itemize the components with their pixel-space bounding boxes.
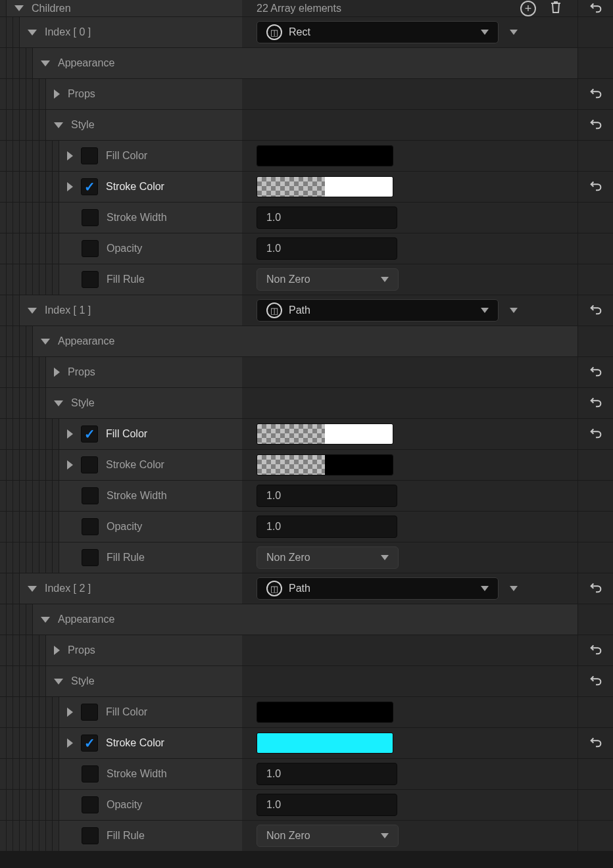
style-label: Style [71, 119, 95, 131]
fill-rule-checkbox[interactable] [82, 827, 99, 844]
expand-toggle-icon[interactable] [67, 738, 73, 748]
fill-rule-checkbox[interactable] [82, 271, 99, 288]
undo-icon[interactable] [589, 364, 603, 381]
reset-button [577, 821, 613, 851]
expand-toggle-icon[interactable] [28, 586, 37, 592]
fill-color-checkbox[interactable] [81, 425, 98, 443]
color-swatch[interactable] [257, 176, 393, 197]
fill-rule-value: Non Zero [266, 830, 310, 842]
options-chevron-icon[interactable] [508, 304, 520, 316]
undo-icon[interactable] [589, 178, 603, 195]
chevron-down-icon [381, 555, 389, 560]
opacity-label: Opacity [107, 799, 142, 811]
expand-toggle-icon[interactable] [14, 5, 24, 11]
stroke-width-input[interactable]: 1.0 [257, 763, 397, 785]
add-element-icon[interactable]: + [520, 1, 536, 16]
element-type-dropdown[interactable]: ◫ Rect [257, 21, 499, 43]
opacity-input[interactable]: 1.0 [257, 794, 397, 816]
undo-icon[interactable] [589, 673, 603, 690]
fill-rule-dropdown[interactable]: Non Zero [257, 268, 399, 291]
stroke-width-checkbox[interactable] [82, 487, 99, 504]
expand-toggle-icon[interactable] [41, 339, 50, 345]
undo-icon[interactable] [589, 425, 603, 443]
element-type-dropdown[interactable]: ◫ Path [257, 577, 499, 600]
stroke-width-checkbox[interactable] [82, 209, 99, 226]
reset-button[interactable] [577, 295, 613, 326]
reset-button [577, 697, 613, 727]
color-swatch[interactable] [257, 733, 393, 754]
expand-toggle-icon[interactable] [67, 460, 73, 470]
undo-icon[interactable] [589, 302, 603, 319]
stroke-width-input[interactable]: 1.0 [257, 206, 397, 229]
fill-color-checkbox[interactable] [81, 704, 98, 721]
color-swatch[interactable] [257, 702, 393, 723]
chevron-down-icon [481, 30, 489, 35]
fill-rule-dropdown[interactable]: Non Zero [257, 825, 399, 847]
reset-button[interactable] [577, 110, 613, 140]
undo-icon[interactable] [589, 0, 603, 17]
expand-toggle-icon[interactable] [67, 151, 73, 160]
expand-toggle-icon[interactable] [54, 400, 63, 406]
opacity-input[interactable]: 1.0 [257, 237, 397, 260]
expand-toggle-icon[interactable] [28, 30, 37, 36]
fill-color-checkbox[interactable] [81, 147, 98, 164]
expand-toggle-icon[interactable] [67, 429, 73, 439]
reset-button[interactable] [577, 0, 613, 16]
reset-button[interactable] [577, 666, 613, 696]
stroke-width-input[interactable]: 1.0 [257, 485, 397, 507]
options-chevron-icon[interactable] [508, 26, 520, 38]
reset-button [577, 203, 613, 233]
undo-icon[interactable] [589, 642, 603, 659]
element-type-value: Path [289, 304, 310, 316]
fill-rule-value: Non Zero [266, 274, 310, 285]
undo-icon[interactable] [589, 735, 603, 752]
props-label: Props [68, 88, 95, 100]
chevron-down-icon [481, 586, 489, 591]
stroke-width-label: Stroke Width [107, 490, 167, 502]
fill-rule-dropdown[interactable]: Non Zero [257, 546, 399, 569]
expand-toggle-icon[interactable] [41, 60, 50, 66]
expand-toggle-icon[interactable] [54, 122, 63, 128]
undo-icon[interactable] [589, 580, 603, 597]
undo-icon[interactable] [589, 116, 603, 133]
delete-icon[interactable] [549, 0, 562, 17]
opacity-checkbox[interactable] [82, 796, 99, 813]
undo-icon[interactable] [589, 395, 603, 412]
expand-toggle-icon[interactable] [54, 89, 60, 99]
color-swatch[interactable] [257, 423, 393, 445]
stroke-color-checkbox[interactable] [81, 456, 98, 473]
fill-rule-label: Fill Rule [107, 830, 145, 842]
stroke-color-checkbox[interactable] [81, 735, 98, 752]
opacity-input[interactable]: 1.0 [257, 516, 397, 538]
expand-toggle-icon[interactable] [54, 646, 60, 655]
reset-button[interactable] [577, 635, 613, 665]
stroke-color-checkbox[interactable] [81, 178, 98, 195]
element-type-dropdown[interactable]: ◫ Path [257, 299, 499, 322]
reset-button[interactable] [577, 172, 613, 202]
expand-toggle-icon[interactable] [54, 368, 60, 377]
opacity-checkbox[interactable] [82, 518, 99, 535]
fill-rule-checkbox[interactable] [82, 549, 99, 566]
options-chevron-icon[interactable] [508, 583, 520, 594]
reset-button[interactable] [577, 419, 613, 449]
reset-button[interactable] [577, 573, 613, 604]
color-swatch[interactable] [257, 454, 393, 475]
opacity-checkbox[interactable] [82, 240, 99, 257]
expand-toggle-icon[interactable] [67, 182, 73, 191]
undo-icon[interactable] [589, 85, 603, 103]
reset-button[interactable] [577, 357, 613, 387]
reset-button[interactable] [577, 79, 613, 109]
expand-toggle-icon[interactable] [41, 617, 50, 623]
color-swatch[interactable] [257, 145, 393, 166]
appearance-label: Appearance [58, 614, 114, 625]
reset-button[interactable] [577, 388, 613, 418]
expand-toggle-icon[interactable] [28, 308, 37, 314]
props-label: Props [68, 366, 95, 378]
expand-toggle-icon[interactable] [67, 708, 73, 717]
reset-button[interactable] [577, 728, 613, 758]
stroke-width-checkbox[interactable] [82, 765, 99, 783]
reset-button [577, 512, 613, 542]
style-label: Style [71, 675, 95, 687]
fill-color-label: Fill Color [106, 428, 147, 440]
expand-toggle-icon[interactable] [54, 679, 63, 685]
